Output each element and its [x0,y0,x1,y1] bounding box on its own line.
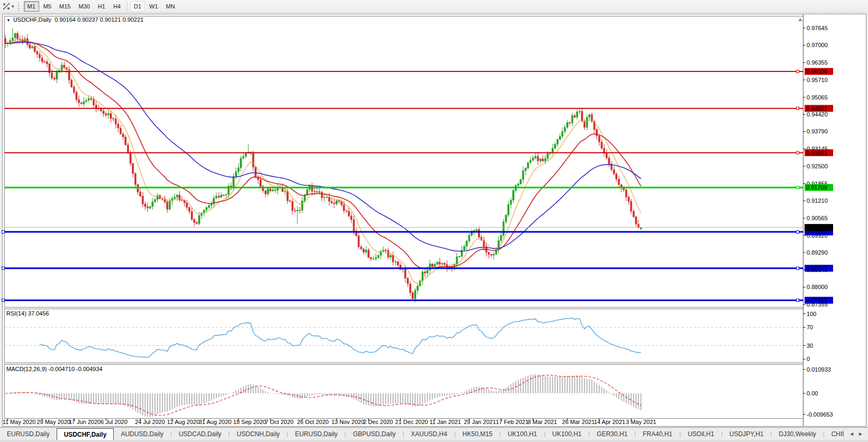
svg-text:26 Mar 2021: 26 Mar 2021 [562,419,595,425]
tool-dropdown-icon[interactable]: ▾ [11,4,16,9]
svg-text:30: 30 [807,342,813,349]
timeframe-button-m5[interactable]: M5 [40,1,55,12]
svg-text:0.010933: 0.010933 [807,366,831,373]
svg-text:0.96355: 0.96355 [807,59,828,66]
tab-scroll-left-icon[interactable]: ◄ [849,431,854,437]
tab-china300-h1[interactable]: CHINA300,H1 [825,428,844,440]
chart-title: ▼USDCHF,Daily 0.90164 0.90237 0.90121 0.… [6,16,143,23]
rsi-panel [5,309,803,363]
svg-text:17 Feb 2021: 17 Feb 2021 [496,419,528,425]
tab-usdcnh-daily[interactable]: USDCNH,Daily [230,428,286,440]
svg-text:0.91709: 0.91709 [806,184,827,191]
svg-text:2 Dec 2020: 2 Dec 2020 [363,419,393,425]
timeframe-button-h4[interactable]: H4 [109,1,124,12]
svg-text:24 Jul 2020: 24 Jul 2020 [135,419,165,425]
svg-text:31 Aug 2020: 31 Aug 2020 [199,419,232,425]
svg-text:100: 100 [807,311,816,317]
svg-text:14 Apr 2021: 14 Apr 2021 [594,419,625,425]
tab-eurusd-daily[interactable]: EURUSD,Daily [0,428,57,440]
svg-text:6 Jul 2020: 6 Jul 2020 [100,419,127,425]
tab-hk50-m15[interactable]: HK50,M15 [455,428,499,440]
tab-uk100-h1[interactable]: UK100,H1 [545,428,588,440]
tab-uk100-h1[interactable]: UK100,H1 [501,428,544,440]
svg-text:11 Jan 2021: 11 Jan 2021 [430,419,461,425]
timeframe-button-d1[interactable]: D1 [130,1,145,12]
timeframe-button-m30[interactable]: M30 [75,1,94,12]
rsi-indicator-label: RSI(14) 37.0456 [6,310,49,317]
svg-text:21 Dec 2020: 21 Dec 2020 [395,419,428,425]
macd-panel [5,365,803,419]
svg-text:17 Jun 2020: 17 Jun 2020 [69,419,101,425]
svg-text:0.93001: 0.93001 [806,150,827,156]
svg-text:0.97645: 0.97645 [807,25,828,31]
svg-text:0.89290: 0.89290 [807,249,828,256]
chart-ohlc-values: 0.90164 0.90237 0.90121 0.90221 [54,16,143,23]
toolbar-separator [127,2,127,11]
svg-text:29 May 2020: 29 May 2020 [37,419,71,425]
timeframe-button-m15[interactable]: M15 [56,1,74,12]
svg-text:0.88703: 0.88703 [806,265,827,272]
svg-text:3 May 2021: 3 May 2021 [626,419,656,425]
svg-text:29 Jan 2021: 29 Jan 2021 [464,419,496,425]
svg-text:70: 70 [807,324,813,330]
svg-text:18 Sep 2020: 18 Sep 2020 [233,419,266,425]
tab-gbpusd-daily[interactable]: GBPUSD,Daily [346,428,403,440]
svg-text:0.87513: 0.87513 [806,297,827,303]
tab-dj30-weekly[interactable]: DJ30,Weekly [772,428,823,440]
tab-usdjpy-h1[interactable]: USDJPY,H1 [723,428,770,440]
svg-text:13 Nov 2020: 13 Nov 2020 [331,419,364,425]
tab-scroll-buttons: ◄ ► [844,428,868,440]
svg-text:0.94651: 0.94651 [806,105,827,112]
status-strip [0,440,868,442]
svg-text:0.95710: 0.95710 [807,77,828,83]
timeframe-toolbar: ▾ M1M5M15M30H1H4D1W1MN [0,0,868,13]
chart-tabs-scroll: EURUSD,DailyUSDCHF,DailyAUDUSD,Daily|USD… [0,428,844,440]
chart-collapse-icon[interactable]: ▼ [6,18,11,23]
svg-text:8 Mar 2021: 8 Mar 2021 [528,419,558,425]
svg-text:0.90565: 0.90565 [807,215,828,221]
tab-usdcad-daily[interactable]: USDCAD,Daily [172,428,229,440]
svg-text:0: 0 [807,356,810,362]
svg-text:0.93790: 0.93790 [807,128,828,134]
svg-text:0.95065: 0.95065 [807,94,828,101]
tab-eurusd-daily[interactable]: EURUSD,Daily [288,428,345,440]
timeframe-button-h1[interactable]: H1 [94,1,109,12]
tab-usoil-h1[interactable]: USOil,H1 [681,428,721,440]
svg-text:0.92500: 0.92500 [807,163,828,169]
tab-fra40-h1[interactable]: FRA40,H1 [636,428,679,440]
tab-usdchf-daily[interactable]: USDCHF,Daily [57,428,114,440]
svg-text:-0.009653: -0.009653 [807,411,833,418]
timeframe-button-m1[interactable]: M1 [24,1,39,12]
svg-text:7 Oct 2020: 7 Oct 2020 [265,419,294,425]
svg-text:0.96026: 0.96026 [806,68,827,75]
tab-audusd-daily[interactable]: AUDUSD,Daily [114,428,170,440]
chart-symbol-period: USDCHF,Daily [13,16,51,23]
macd-indicator-label: MACD(12,26,9) -0.004710 -0.004934 [6,366,103,372]
chart-tabbar: EURUSD,DailyUSDCHF,DailyAUDUSD,Daily|USD… [0,427,868,440]
svg-text:0.00: 0.00 [807,390,818,396]
tab-xauusd-h4[interactable]: XAUUSD,H4 [404,428,454,440]
svg-text:0.97000: 0.97000 [807,42,828,48]
svg-text:0.94420: 0.94420 [807,111,828,118]
toolbar-grip[interactable] [18,2,21,11]
tab-scroll-right-icon[interactable]: ► [858,431,863,437]
timeframe-button-mn[interactable]: MN [162,1,179,12]
svg-text:11 May 2020: 11 May 2020 [3,419,36,425]
svg-text:0.91210: 0.91210 [807,197,828,204]
svg-text:0.88000: 0.88000 [807,284,828,290]
timeframe-button-w1[interactable]: W1 [145,1,162,12]
tab-ger30-h1[interactable]: GER30,H1 [590,428,634,440]
crosshair-tool-icon[interactable] [2,2,11,11]
chart-canvas[interactable]: 0.976450.970000.963550.957100.950650.944… [0,0,868,442]
timeframe-buttons: M1M5M15M30H1H4D1W1MN [24,1,179,12]
svg-text:26 Oct 2020: 26 Oct 2020 [297,419,328,425]
svg-text:0.90221: 0.90221 [806,224,827,231]
svg-text:12 Aug 2020: 12 Aug 2020 [167,419,200,425]
